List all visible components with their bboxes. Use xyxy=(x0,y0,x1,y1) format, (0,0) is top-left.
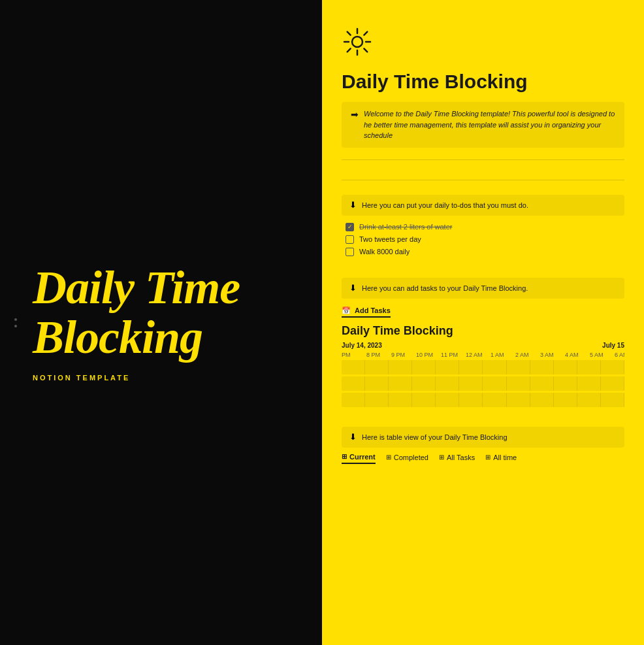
todo-text-2: Two tweets per day xyxy=(359,235,421,243)
time-blocking-callout-text: Here you can add tasks to your Daily Tim… xyxy=(362,284,528,292)
tc-3 xyxy=(389,360,412,374)
sun-icon xyxy=(342,26,624,71)
left-title: Daily Time Blocking xyxy=(33,263,289,362)
table-tabs: ⊞ Current ⊞ Completed ⊞ All Tasks ⊞ All … xyxy=(342,453,624,464)
tc-5 xyxy=(436,360,459,374)
tab-current-label: Current xyxy=(349,453,376,461)
tab-all-time-label: All time xyxy=(493,454,517,461)
tl-11pm: 11 PM xyxy=(441,352,466,358)
tc-4 xyxy=(412,360,436,374)
tl-12am: 12 AM xyxy=(466,352,491,358)
tl-1am: 1 AM xyxy=(491,352,515,358)
tl-pm: PM xyxy=(342,352,366,358)
table-callout-text: Here is table view of your Daily Time Bl… xyxy=(362,433,507,441)
todo-callout: ⬇ Here you can put your daily to-dos tha… xyxy=(342,195,624,216)
right-content: Daily Time Blocking ➡ Welcome to the Dai… xyxy=(322,0,644,645)
calendar-title: Daily Time Blocking xyxy=(342,324,624,338)
tc-8 xyxy=(507,360,530,374)
timeline-row-2 xyxy=(342,376,624,391)
tc-12 xyxy=(601,360,624,374)
decorative-dots xyxy=(14,318,17,327)
callout-arrow-icon: ➡ xyxy=(351,109,359,120)
table-callout-icon: ⬇ xyxy=(349,432,357,442)
todo-item-1: Drink at-least 2 liters of water xyxy=(342,221,624,233)
tab-current[interactable]: ⊞ Current xyxy=(342,453,376,464)
checkbox-2[interactable] xyxy=(346,235,354,244)
welcome-callout: ➡ Welcome to the Daily Time Blocking tem… xyxy=(342,102,624,148)
left-panel: Daily Time Blocking NOTION TEMPLATE xyxy=(0,0,322,645)
timeline-row-3 xyxy=(342,393,624,407)
date-left: July 14, 2023 xyxy=(342,342,382,349)
tl-2am: 2 AM xyxy=(515,352,540,358)
table-callout: ⬇ Here is table view of your Daily Time … xyxy=(342,427,624,448)
tab-all-time[interactable]: ⊞ All time xyxy=(485,453,517,464)
title-line1: Daily Time xyxy=(33,263,289,313)
gap-2 xyxy=(342,407,624,427)
calendar-icon: 📅 xyxy=(342,306,351,315)
svg-line-8 xyxy=(347,48,351,52)
dot-2 xyxy=(14,325,17,327)
todo-item-3: Walk 8000 daily xyxy=(342,246,624,258)
tc-10 xyxy=(554,360,577,374)
tl-3am: 3 AM xyxy=(540,352,565,358)
svg-line-7 xyxy=(364,32,367,35)
divider-2 xyxy=(342,180,624,180)
add-tasks-button[interactable]: 📅 Add Tasks xyxy=(342,306,391,318)
subtitle-label: NOTION TEMPLATE xyxy=(33,374,289,382)
tab-completed-label: Completed xyxy=(394,454,428,461)
tl-9pm: 9 PM xyxy=(391,352,416,358)
tc-7 xyxy=(483,360,506,374)
todo-callout-icon: ⬇ xyxy=(349,200,357,210)
todo-item-2: Two tweets per day xyxy=(342,233,624,246)
tab-all-time-icon: ⊞ xyxy=(485,454,491,461)
todo-callout-text: Here you can put your daily to-dos that … xyxy=(362,201,528,209)
tab-all-tasks-icon: ⊞ xyxy=(439,454,444,461)
tl-4am: 4 AM xyxy=(565,352,590,358)
timeline-row-1 xyxy=(342,360,624,374)
svg-point-0 xyxy=(352,37,362,47)
tab-current-icon: ⊞ xyxy=(342,453,347,460)
todo-text-3: Walk 8000 daily xyxy=(359,248,410,256)
tc-11 xyxy=(577,360,601,374)
divider-1 xyxy=(342,159,624,160)
svg-line-5 xyxy=(347,32,351,35)
checkbox-3[interactable] xyxy=(346,248,354,256)
calendar-header: July 14, 2023 July 15 xyxy=(342,342,624,349)
tc-2 xyxy=(365,360,389,374)
todo-text-1: Drink at-least 2 liters of water xyxy=(359,223,452,231)
welcome-callout-text: Welcome to the Daily Time Blocking templ… xyxy=(364,108,615,141)
tl-5am: 5 AM xyxy=(590,352,615,358)
time-blocking-callout: ⬇ Here you can add tasks to your Daily T… xyxy=(342,278,624,299)
timeline-labels: PM 8 PM 9 PM 10 PM 11 PM 12 AM 1 AM 2 AM… xyxy=(342,352,624,358)
page-title: Daily Time Blocking xyxy=(342,71,624,93)
time-blocking-callout-icon: ⬇ xyxy=(349,283,357,293)
tab-completed-icon: ⊞ xyxy=(386,454,391,461)
add-tasks-label: Add Tasks xyxy=(355,306,391,314)
tc-9 xyxy=(530,360,554,374)
svg-line-6 xyxy=(364,48,367,52)
date-right: July 15 xyxy=(602,342,624,349)
tl-6am: 6 AM xyxy=(615,352,624,358)
title-line2: Blocking xyxy=(33,313,289,363)
tab-all-tasks-label: All Tasks xyxy=(447,454,475,461)
tc-6 xyxy=(459,360,483,374)
dot-1 xyxy=(14,318,17,321)
tl-10pm: 10 PM xyxy=(416,352,441,358)
timeline-grid xyxy=(342,360,624,407)
right-panel: Daily Time Blocking ➡ Welcome to the Dai… xyxy=(322,0,644,645)
checkbox-1[interactable] xyxy=(346,223,354,231)
tl-8pm: 8 PM xyxy=(366,352,391,358)
tc-1 xyxy=(342,360,365,374)
tab-all-tasks[interactable]: ⊞ All Tasks xyxy=(439,453,475,464)
tab-completed[interactable]: ⊞ Completed xyxy=(386,453,428,464)
gap-1 xyxy=(342,258,624,278)
